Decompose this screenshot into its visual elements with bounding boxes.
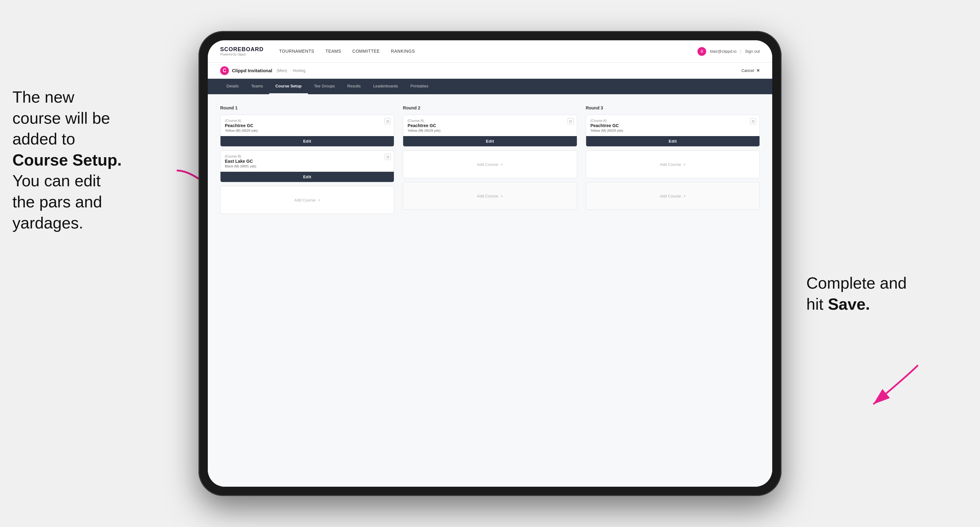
- top-nav: SCOREBOARD Powered by clippd TOURNAMENTS…: [208, 40, 772, 63]
- annotation-line4: You can edit: [13, 172, 100, 190]
- round3-add-course-2: Add Course +: [586, 182, 760, 210]
- annotation-line3: added to: [13, 130, 75, 148]
- round1-course-b-card: (Course B) East Lake GC Black (M) (6891 …: [220, 150, 394, 182]
- tournament-left: C Clippd Invitational (Men) Hosting: [220, 66, 305, 75]
- annotation-right-bold: Save.: [828, 295, 870, 313]
- round1-course-b-edit[interactable]: Edit: [221, 172, 394, 182]
- sign-out-link[interactable]: Sign out: [745, 49, 760, 54]
- round3-add-course-label-1: Add Course: [660, 162, 681, 167]
- tab-printables[interactable]: Printables: [404, 79, 434, 94]
- annotation-right-line1: Complete and: [806, 274, 907, 292]
- round-2-column: Round 2 (Course A) Peachtree GC Yellow (…: [403, 105, 577, 217]
- rounds-grid: Round 1 (Course A) Peachtree GC Yellow (…: [220, 105, 760, 217]
- nav-divider: |: [740, 49, 741, 54]
- cancel-x-icon: ✕: [756, 68, 760, 73]
- round3-course-a-label: (Course A): [590, 119, 755, 122]
- round2-course-a-inner: (Course A) Peachtree GC Yellow (M) (6629…: [403, 115, 576, 136]
- annotation-right-line2: hit: [806, 295, 828, 313]
- round-3-title: Round 3: [586, 105, 760, 110]
- nav-avatar: B: [697, 47, 706, 56]
- round3-add-course-plus-2: +: [684, 194, 686, 198]
- round3-course-a-edit[interactable]: Edit: [586, 136, 759, 146]
- round1-course-a-label: (Course A): [225, 119, 390, 122]
- nav-link-tournaments[interactable]: TOURNAMENTS: [279, 49, 314, 54]
- round2-course-a-label: (Course A): [407, 119, 572, 122]
- round2-add-course-text-1: Add Course +: [477, 162, 503, 167]
- round1-add-course-plus: +: [318, 198, 320, 202]
- round1-add-course[interactable]: Add Course +: [220, 186, 394, 214]
- tab-leaderboards[interactable]: Leaderboards: [367, 79, 404, 94]
- tablet-frame: SCOREBOARD Powered by clippd TOURNAMENTS…: [199, 31, 781, 496]
- tab-details[interactable]: Details: [220, 79, 245, 94]
- round1-add-course-label: Add Course: [294, 198, 316, 202]
- round3-add-course-label-2: Add Course: [660, 194, 681, 198]
- round1-course-b-name: East Lake GC: [225, 159, 390, 163]
- round2-course-a-delete[interactable]: ⊡: [568, 118, 574, 124]
- round1-add-course-text: Add Course +: [294, 198, 320, 202]
- annotation-bold: Course Setup.: [13, 151, 122, 169]
- round-2-title: Round 2: [403, 105, 577, 110]
- nav-link-teams[interactable]: TEAMS: [325, 49, 341, 54]
- round1-course-b-label: (Course B): [225, 154, 390, 158]
- cancel-label: Cancel: [741, 68, 754, 73]
- round-1-column: Round 1 (Course A) Peachtree GC Yellow (…: [220, 105, 394, 217]
- round3-add-course-1[interactable]: Add Course +: [586, 150, 760, 178]
- nav-left: SCOREBOARD Powered by clippd TOURNAMENTS…: [220, 46, 415, 56]
- annotation-line5: the pars and: [13, 193, 102, 211]
- nav-right: B blair@clippd.io | Sign out: [697, 47, 760, 56]
- cancel-button[interactable]: Cancel ✕: [741, 68, 760, 73]
- round-3-column: Round 3 (Course A) Peachtree GC Yellow (…: [586, 105, 760, 217]
- round2-add-course-text-2: Add Course +: [477, 194, 503, 198]
- round1-course-a-name: Peachtree GC: [225, 123, 390, 128]
- tab-bar: Details Teams Course Setup Tee Groups Re…: [208, 79, 772, 94]
- annotation-line1: The new: [13, 88, 74, 106]
- main-content: Round 1 (Course A) Peachtree GC Yellow (…: [208, 94, 772, 487]
- logo-title: SCOREBOARD: [220, 46, 264, 53]
- round3-course-a-inner: (Course A) Peachtree GC Yellow (M) (6629…: [586, 115, 759, 136]
- round2-course-a-edit[interactable]: Edit: [403, 136, 576, 146]
- round3-add-course-plus-1: +: [684, 162, 686, 167]
- logo-sub: Powered by clippd: [220, 53, 264, 56]
- round1-course-b-inner: (Course B) East Lake GC Black (M) (6891 …: [221, 151, 394, 172]
- round3-add-course-text-2: Add Course +: [660, 194, 686, 198]
- tournament-hosting: Hosting: [293, 68, 305, 73]
- annotation-right: Complete and hit Save.: [806, 273, 955, 315]
- tab-results[interactable]: Results: [341, 79, 367, 94]
- tab-course-setup[interactable]: Course Setup: [269, 79, 308, 94]
- nav-links: TOURNAMENTS TEAMS COMMITTEE RANKINGS: [279, 49, 415, 54]
- round3-add-course-text-1: Add Course +: [660, 162, 686, 167]
- scoreboard-logo: SCOREBOARD Powered by clippd: [220, 46, 264, 56]
- tournament-c-logo: C: [220, 66, 229, 75]
- round3-course-a-card: (Course A) Peachtree GC Yellow (M) (6629…: [586, 115, 760, 147]
- round3-course-a-delete[interactable]: ⊡: [750, 118, 756, 124]
- round1-course-b-delete[interactable]: ⊡: [385, 154, 391, 160]
- tab-tee-groups[interactable]: Tee Groups: [308, 79, 341, 94]
- annotation-line6: yardages.: [13, 214, 83, 232]
- round2-add-course-plus-2: +: [501, 194, 503, 198]
- nav-link-committee[interactable]: COMMITTEE: [352, 49, 380, 54]
- round1-course-a-card: (Course A) Peachtree GC Yellow (M) (6629…: [220, 115, 394, 147]
- round3-course-a-name: Peachtree GC: [590, 123, 755, 128]
- tablet-screen: SCOREBOARD Powered by clippd TOURNAMENTS…: [208, 40, 772, 487]
- round1-course-b-tee: Black (M) (6891 yds): [225, 164, 390, 168]
- round2-add-course-1[interactable]: Add Course +: [403, 150, 577, 178]
- arrow-right: [850, 360, 931, 415]
- annotation-line2: course will be: [13, 109, 110, 127]
- annotation-left: The new course will be added to Course S…: [13, 87, 192, 233]
- round2-add-course-label-2: Add Course: [477, 194, 498, 198]
- round1-course-a-tee: Yellow (M) (6629 yds): [225, 129, 390, 132]
- round2-add-course-2: Add Course +: [403, 182, 577, 210]
- round2-course-a-card: (Course A) Peachtree GC Yellow (M) (6629…: [403, 115, 577, 147]
- tournament-gender: (Men): [277, 68, 287, 73]
- nav-link-rankings[interactable]: RANKINGS: [391, 49, 415, 54]
- round1-course-a-inner: (Course A) Peachtree GC Yellow (M) (6629…: [221, 115, 394, 136]
- tab-teams[interactable]: Teams: [245, 79, 269, 94]
- round3-course-a-tee: Yellow (M) (6629 yds): [590, 129, 755, 132]
- round1-course-a-edit[interactable]: Edit: [221, 136, 394, 146]
- round2-add-course-plus-1: +: [501, 162, 503, 167]
- round2-add-course-label-1: Add Course: [477, 162, 498, 167]
- round2-course-a-name: Peachtree GC: [407, 123, 572, 128]
- round1-course-a-delete[interactable]: ⊡: [385, 118, 391, 124]
- tournament-name: Clippd Invitational: [232, 68, 272, 73]
- tournament-header: C Clippd Invitational (Men) Hosting Canc…: [208, 63, 772, 79]
